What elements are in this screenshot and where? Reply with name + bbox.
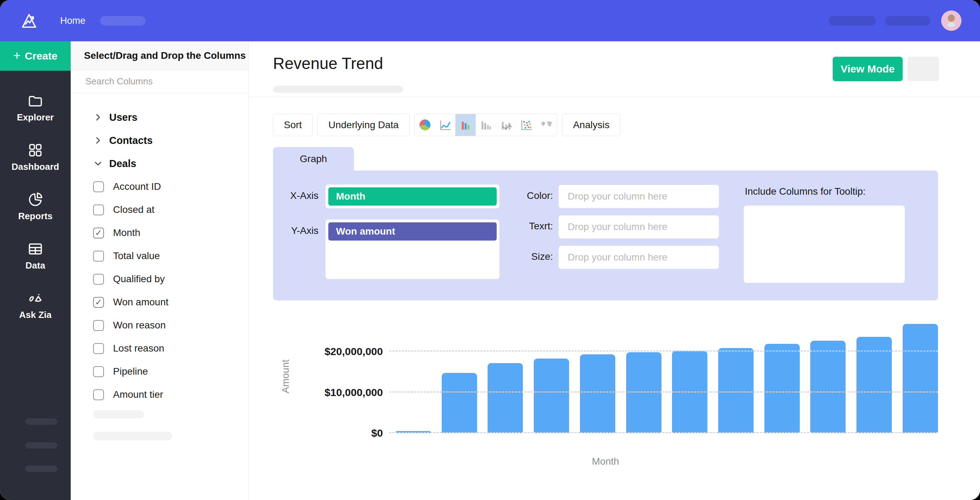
tree-group-contacts[interactable]: Contacts xyxy=(71,129,248,152)
x-axis-dropwell[interactable]: Month xyxy=(326,185,500,209)
checkbox-won-reason[interactable]: ✓ xyxy=(93,320,104,331)
tree-field-total-value[interactable]: ✓Total value xyxy=(71,244,248,268)
tree-item-label: Account ID xyxy=(113,181,161,192)
tree-field-closed-at[interactable]: ✓Closed at xyxy=(71,198,248,221)
line-chart-icon[interactable] xyxy=(435,114,455,136)
y-axis-chip[interactable]: Won amount xyxy=(328,222,496,240)
placeholder-button[interactable] xyxy=(908,57,939,81)
columns-skeleton-pill xyxy=(93,410,144,419)
nav-home[interactable]: Home xyxy=(60,0,85,41)
checkbox-amount-tier[interactable]: ✓ xyxy=(93,389,104,400)
y-axis-dropwell[interactable]: Won amount xyxy=(326,220,500,279)
tree-item-label: Qualified by xyxy=(113,274,165,285)
tree-field-pipeline[interactable]: ✓Pipeline xyxy=(71,360,248,383)
page-title: Revenue Trend xyxy=(273,54,383,73)
checkbox-closed-at[interactable]: ✓ xyxy=(93,204,104,215)
tooltip-columns-dropwell[interactable] xyxy=(744,205,905,283)
sidebar-item-dashboard[interactable]: Dashboard xyxy=(11,142,59,172)
checkbox-pipeline[interactable]: ✓ xyxy=(93,366,104,377)
sidebar-item-explorer[interactable]: Explorer xyxy=(17,92,54,123)
bar-month-5 xyxy=(580,354,615,433)
sidebar-item-reports[interactable]: Reports xyxy=(18,191,52,221)
x-axis-chip[interactable]: Month xyxy=(328,187,496,205)
view-mode-button[interactable]: View Mode xyxy=(833,57,903,81)
tree-item-label: Month xyxy=(113,227,140,239)
sidebar-item-ask-zia[interactable]: Ask Zia xyxy=(19,290,52,320)
analytics-logo-icon[interactable] xyxy=(20,11,38,30)
bar-line-chart-icon[interactable] xyxy=(496,114,516,136)
user-avatar[interactable] xyxy=(941,11,961,31)
tree-item-label: Amount tier xyxy=(113,389,163,400)
sidebar-skeleton-pill xyxy=(25,442,57,449)
tree-field-won-reason[interactable]: ✓Won reason xyxy=(71,314,248,337)
columns-skeleton-pill xyxy=(93,432,172,441)
tree-item-label: Won reason xyxy=(113,320,165,331)
check-icon: ✓ xyxy=(95,298,102,306)
tree-item-label: Deals xyxy=(109,158,136,169)
text-drop-input[interactable] xyxy=(558,215,719,239)
size-drop-input[interactable] xyxy=(558,246,719,269)
sidebar-skeleton-pill xyxy=(25,466,57,472)
checkbox-qualified-by[interactable]: ✓ xyxy=(93,274,104,285)
y-axis-ticks: Amount $0$10,000,000$20,000,000 xyxy=(273,318,396,433)
chevron-right-icon[interactable] xyxy=(93,135,103,145)
color-drop-label: Color: xyxy=(487,190,553,201)
columns-panel-title: Select/Drag and Drop the Columns xyxy=(71,41,248,70)
tree-group-users[interactable]: Users xyxy=(71,106,248,129)
pie-icon xyxy=(27,191,44,208)
title-skeleton-pill xyxy=(273,86,403,93)
gridline xyxy=(389,432,938,433)
tree-group-deals[interactable]: Deals xyxy=(71,152,248,175)
plot-area xyxy=(396,318,938,433)
grid-icon xyxy=(27,142,44,159)
sort-button[interactable]: Sort xyxy=(273,114,313,136)
tree-item-label: Won amount xyxy=(113,296,169,308)
checkbox-lost-reason[interactable]: ✓ xyxy=(93,343,104,354)
bar-month-3 xyxy=(488,363,523,433)
bar-chart-gray-icon[interactable] xyxy=(476,114,496,136)
search-columns-input[interactable] xyxy=(71,70,248,93)
tree-field-month[interactable]: ✓Month xyxy=(71,221,248,244)
folder-icon xyxy=(27,92,44,109)
scatter-chart-icon[interactable] xyxy=(516,114,536,136)
sidebar-item-data[interactable]: Data xyxy=(25,240,45,271)
main-area: Revenue Trend View Mode Sort Underlying … xyxy=(249,41,980,500)
columns-tree: UsersContactsDeals✓Account ID✓Closed at✓… xyxy=(71,93,248,406)
sidebar-item-label: Reports xyxy=(18,211,52,221)
search-row xyxy=(71,70,248,93)
tree-field-qualified-by[interactable]: ✓Qualified by xyxy=(71,268,248,291)
columns-panel: Select/Drag and Drop the Columns UsersCo… xyxy=(71,41,249,500)
sidebar-item-label: Dashboard xyxy=(11,161,59,172)
chevron-right-icon[interactable] xyxy=(93,112,103,122)
underlying-data-button[interactable]: Underlying Data xyxy=(317,114,409,136)
checkbox-month[interactable]: ✓ xyxy=(93,228,104,239)
bar-chart-icon[interactable] xyxy=(455,114,476,136)
y-tick-label: $20,000,000 xyxy=(325,346,383,357)
y-tick-label: $10,000,000 xyxy=(325,387,383,398)
tree-field-amount-tier[interactable]: ✓Amount tier xyxy=(71,383,248,406)
map-chart-icon[interactable] xyxy=(536,114,557,136)
topbar-skeleton-pill xyxy=(100,16,146,25)
tree-field-lost-reason[interactable]: ✓Lost reason xyxy=(71,337,248,360)
sidebar-item-label: Data xyxy=(25,260,45,271)
bar-chart: Amount $0$10,000,000$20,000,000 Month xyxy=(273,318,938,476)
tree-field-won-amount[interactable]: ✓Won amount xyxy=(71,291,248,314)
text-drop-label: Texrt: xyxy=(487,221,553,232)
tooltip-columns-label: Include Columns for Tooltip: xyxy=(745,186,865,197)
tab-graph[interactable]: Graph xyxy=(273,147,354,171)
bar-month-4 xyxy=(534,358,569,433)
checkbox-total-value[interactable]: ✓ xyxy=(93,251,104,261)
analysis-button[interactable]: Analysis xyxy=(562,114,620,136)
color-drop-input[interactable] xyxy=(558,185,719,208)
tree-item-label: Pipeline xyxy=(113,366,148,377)
chart-type-switcher xyxy=(414,114,557,136)
checkbox-account-id[interactable]: ✓ xyxy=(93,182,104,192)
checkbox-won-amount[interactable]: ✓ xyxy=(93,297,104,308)
bar-month-9 xyxy=(764,344,800,433)
chevron-down-icon[interactable] xyxy=(93,159,103,169)
tree-field-account-id[interactable]: ✓Account ID xyxy=(71,175,248,198)
create-button[interactable]: + Create xyxy=(0,41,71,71)
gridline xyxy=(389,392,938,393)
pie-chart-icon[interactable] xyxy=(415,114,435,136)
topbar-skeleton-pill xyxy=(885,16,930,25)
